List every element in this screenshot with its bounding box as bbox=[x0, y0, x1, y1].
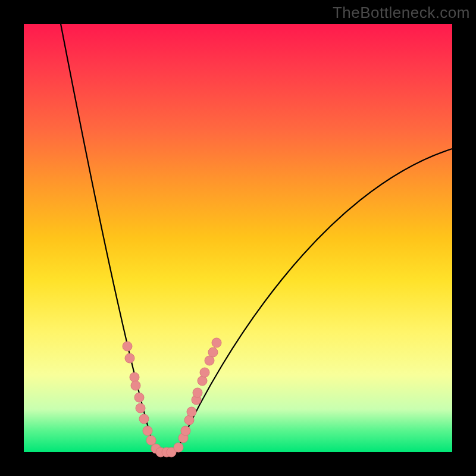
data-marker bbox=[125, 353, 134, 363]
data-marker bbox=[174, 443, 183, 452]
chart-svg bbox=[24, 24, 452, 452]
data-marker bbox=[208, 347, 218, 357]
markers-right-group bbox=[174, 338, 221, 452]
plot-area bbox=[24, 24, 452, 452]
data-marker bbox=[123, 342, 132, 351]
data-marker bbox=[198, 376, 207, 386]
data-marker bbox=[143, 426, 152, 436]
data-marker bbox=[136, 403, 145, 413]
data-marker bbox=[134, 393, 144, 402]
data-marker bbox=[130, 372, 139, 382]
data-marker bbox=[131, 381, 140, 390]
data-marker bbox=[187, 407, 196, 416]
data-marker bbox=[193, 388, 202, 397]
data-marker bbox=[146, 436, 156, 445]
data-marker bbox=[139, 414, 149, 424]
data-marker bbox=[200, 368, 209, 377]
data-marker bbox=[184, 415, 194, 425]
markers-left-group bbox=[123, 342, 176, 457]
watermark-text: TheBottleneck.com bbox=[333, 4, 470, 22]
chart-frame: TheBottleneck.com bbox=[0, 0, 476, 476]
data-marker bbox=[181, 426, 190, 436]
data-marker bbox=[212, 338, 221, 347]
bottleneck-curve bbox=[61, 24, 452, 452]
